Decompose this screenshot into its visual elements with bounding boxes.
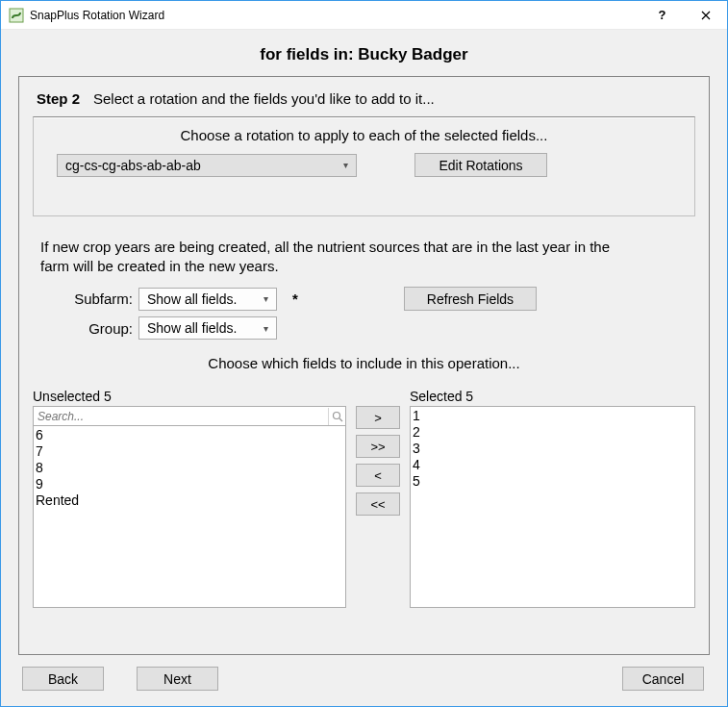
selected-listbox[interactable]: 12345 (410, 406, 695, 608)
move-right-button[interactable]: > (356, 406, 400, 429)
selected-label: Selected 5 (410, 389, 695, 404)
dual-list: Unselected 5 6789Rented > >> < << (33, 389, 695, 608)
rotation-group-label: Choose a rotation to apply to each of th… (47, 127, 681, 143)
list-item[interactable]: 4 (413, 457, 692, 473)
rotation-dropdown-value: cg-cs-cg-abs-ab-ab-ab (65, 158, 201, 173)
chevron-down-icon: ▾ (264, 323, 272, 334)
chevron-down-icon: ▾ (264, 293, 272, 304)
move-all-right-button[interactable]: >> (356, 435, 400, 458)
group-dropdown[interactable]: Show all fields. ▾ (138, 316, 277, 340)
list-item[interactable]: 6 (36, 427, 343, 443)
svg-point-1 (333, 412, 339, 418)
subfarm-label: Subfarm: (33, 290, 138, 307)
client-area: for fields in: Bucky Badger Step 2 Selec… (1, 30, 727, 706)
help-button[interactable]: ? (640, 1, 684, 29)
search-input[interactable] (34, 408, 328, 425)
back-button[interactable]: Back (22, 667, 104, 691)
step-header: Step 2 Select a rotation and the fields … (37, 90, 695, 107)
group-value: Show all fields. (147, 320, 237, 336)
rotation-dropdown[interactable]: cg-cs-cg-abs-ab-ab-ab ▾ (57, 154, 357, 177)
cancel-button[interactable]: Cancel (622, 667, 704, 691)
close-icon (701, 11, 711, 20)
required-asterisk: * (289, 290, 308, 307)
info-text: If new crop years are being created, all… (40, 238, 637, 275)
move-left-button[interactable]: < (356, 464, 400, 487)
main-frame: Step 2 Select a rotation and the fields … (18, 76, 710, 655)
unselected-column: Unselected 5 6789Rented (33, 389, 346, 608)
mover-buttons: > >> < << (356, 389, 400, 516)
selected-column: Selected 5 12345 (410, 389, 695, 608)
close-button[interactable] (684, 1, 727, 29)
filter-block: Subfarm: Show all fields. ▾ * Refresh Fi… (33, 287, 695, 340)
list-item[interactable]: Rented (36, 492, 343, 509)
list-item[interactable]: 1 (413, 408, 692, 424)
list-item[interactable]: 7 (36, 443, 343, 460)
svg-line-2 (339, 418, 342, 421)
chevron-down-icon: ▾ (343, 160, 352, 170)
choose-fields-label: Choose which fields to include in this o… (33, 355, 695, 371)
step-number: Step 2 (37, 90, 80, 107)
step-description: Select a rotation and the fields you'd l… (93, 90, 435, 107)
window-title: SnapPlus Rotation Wizard (30, 9, 640, 22)
unselected-label: Unselected 5 (33, 389, 346, 404)
edit-rotations-button[interactable]: Edit Rotations (414, 153, 547, 177)
footer: Back Next Cancel (18, 655, 710, 693)
rotation-groupbox: Choose a rotation to apply to each of th… (33, 116, 695, 216)
list-item[interactable]: 2 (413, 424, 692, 441)
window-frame: SnapPlus Rotation Wizard ? for fields in… (0, 0, 728, 707)
titlebar: SnapPlus Rotation Wizard ? (1, 1, 727, 30)
next-button[interactable]: Next (137, 667, 218, 691)
list-item[interactable]: 3 (413, 441, 692, 457)
search-icon[interactable] (328, 408, 345, 425)
app-icon (9, 8, 24, 23)
list-item[interactable]: 9 (36, 476, 343, 492)
move-all-left-button[interactable]: << (356, 492, 400, 516)
refresh-fields-button[interactable]: Refresh Fields (404, 287, 537, 311)
list-item[interactable]: 8 (36, 460, 343, 476)
search-wrapper (33, 406, 346, 425)
list-item[interactable]: 5 (413, 473, 692, 490)
subfarm-value: Show all fields. (147, 291, 237, 307)
subfarm-dropdown[interactable]: Show all fields. ▾ (138, 288, 277, 311)
unselected-listbox[interactable]: 6789Rented (33, 425, 346, 608)
group-label: Group: (33, 320, 138, 337)
page-title: for fields in: Bucky Badger (18, 45, 710, 64)
